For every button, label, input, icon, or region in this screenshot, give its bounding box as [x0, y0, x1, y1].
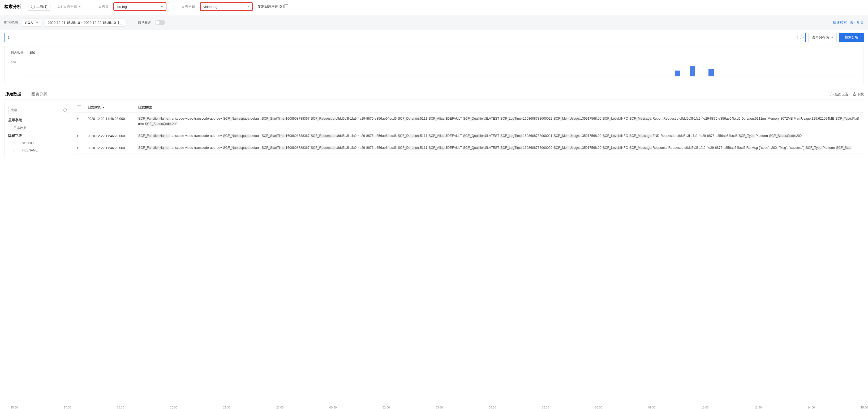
y-tick: 100	[11, 61, 16, 64]
download-icon	[853, 93, 856, 96]
time-preset-select[interactable]: 近1天	[22, 19, 41, 27]
log-key: SCF_Qualifier:	[463, 117, 485, 121]
col-header-data: 日志数据	[138, 105, 860, 110]
topic-count-select[interactable]: 1个日志主题	[55, 3, 83, 11]
log-body: SCF_FunctionName:transcode-video-transco…	[138, 145, 860, 150]
fields-sidebar: 显示字段 日志数据 隐藏字段 α__SOURCE__ α__FILENAME__	[4, 102, 73, 158]
log-key: SCF_MemUsage:	[553, 146, 580, 149]
log-key: SCF_Qualifier:	[463, 146, 485, 149]
collapse-icon	[77, 106, 81, 108]
collapse-all-button[interactable]	[77, 105, 88, 110]
tab-raw-data[interactable]: 原始数据	[4, 90, 22, 99]
field-search-input[interactable]	[11, 108, 63, 112]
chart-count-value: 150	[29, 50, 35, 55]
expand-row-icon[interactable]	[77, 134, 79, 137]
log-table: 日志时间 日志数据 2020-12-22 11:46:28.000SCF_Fun…	[73, 102, 864, 158]
copy-icon	[283, 5, 287, 8]
gear-icon	[830, 93, 834, 96]
index-config-link[interactable]: 索引配置	[850, 20, 864, 25]
chevron-down-icon	[161, 6, 163, 7]
table-row: 2020-12-22 11:46:28.000SCF_FunctionName:…	[73, 130, 864, 142]
query-settings-button[interactable]	[797, 36, 805, 39]
query-input[interactable]	[4, 36, 797, 39]
region-select[interactable]: 上海(1)	[28, 3, 51, 11]
region-value: 上海(1)	[36, 4, 48, 9]
search-button[interactable]: 检索分析	[839, 33, 864, 42]
field-search	[8, 106, 69, 114]
log-key: SCF_FunctionName:	[138, 134, 169, 138]
shown-fields-header: 显示字段	[8, 118, 69, 123]
table-row: 2020-12-22 11:46:28.000SCF_FunctionName:…	[73, 142, 864, 154]
log-time: 2020-12-22 11:46:28.000	[88, 133, 138, 138]
topic-label: 日志主题	[181, 4, 195, 9]
log-body: SCF_FunctionName:transcode-video-transco…	[138, 116, 860, 127]
log-key: SCF_Duration:	[398, 134, 420, 138]
alpha-icon: α	[13, 148, 17, 152]
field-item-source[interactable]: α__SOURCE__	[8, 140, 69, 147]
field-item-filename[interactable]: α__FILENAME__	[8, 147, 69, 154]
log-key: SCF_Level:	[602, 146, 620, 149]
log-key: SCF_FunctionName:	[138, 146, 169, 149]
hidden-fields-header: 隐藏字段	[8, 133, 69, 138]
log-key: SCF_StartTime:	[261, 146, 286, 149]
auto-refresh-label: 自动刷新	[138, 20, 152, 25]
chart-bar[interactable]	[709, 69, 714, 76]
logset-value: cls-log	[117, 5, 127, 9]
chevron-down-icon	[247, 6, 250, 7]
time-range-picker[interactable]: 2020-12-21 15:35:10 ~ 2020-12-22 15:35:1…	[45, 19, 125, 27]
log-time: 2020-12-22 11:46:28.000	[88, 116, 138, 121]
log-key: SCF_StartTime:	[261, 134, 286, 138]
col-header-time[interactable]: 日志时间	[88, 105, 138, 110]
log-key: SCF_Duration:	[398, 117, 420, 121]
log-key: SCF_FunctionName:	[138, 117, 169, 121]
topic-select[interactable]: video-log	[200, 2, 253, 11]
log-key: SCF_Message:	[629, 117, 652, 121]
layout-settings-label: 版面设置	[835, 92, 848, 97]
gear-icon	[800, 36, 804, 39]
tab-chart-analysis[interactable]: 图表分析	[30, 90, 48, 99]
log-key: SCF_MemUsage:	[553, 134, 580, 138]
logset-label: 日志集	[98, 4, 108, 9]
log-key: SCF_Level:	[602, 134, 620, 138]
log-key: SCF_Qualifier:	[463, 134, 485, 138]
log-key: SCF_LogTime:	[500, 117, 523, 121]
quick-search-link[interactable]: 快速检索	[833, 20, 847, 25]
chart-bar[interactable]	[690, 66, 695, 76]
copy-topic-id[interactable]: 复制日志主题ID	[258, 4, 287, 9]
log-key: SCF_Duration:	[398, 146, 420, 149]
chart-bar[interactable]	[675, 71, 680, 76]
log-key: SCF_Namespace:	[223, 117, 251, 121]
log-key: SCF_Namespace:	[223, 146, 251, 149]
topic-count-text: 1个日志主题	[58, 4, 77, 9]
chevron-down-icon	[36, 22, 38, 23]
log-key: SCF_Type:	[739, 134, 756, 138]
expand-row-icon[interactable]	[77, 117, 79, 120]
search-icon	[63, 108, 67, 112]
save-query-button[interactable]: 语句另存为	[808, 33, 837, 42]
log-key: SCF_RequestId:	[311, 146, 336, 149]
query-box	[4, 33, 806, 42]
layout-settings-button[interactable]: 版面设置	[830, 92, 848, 97]
auto-refresh-toggle[interactable]	[155, 20, 165, 25]
log-key: SCF_Level:	[602, 117, 620, 121]
field-item-logdata[interactable]: 日志数据	[8, 124, 69, 132]
log-key: SCF_LogTime:	[500, 134, 523, 138]
log-key: SCF_Type:	[835, 117, 852, 121]
log-key: SCF_Message:	[629, 146, 652, 149]
table-row: 2020-12-22 11:46:28.000SCF_FunctionName:…	[73, 113, 864, 130]
globe-icon	[31, 5, 35, 8]
expand-row-icon[interactable]	[77, 146, 79, 149]
log-key: SCF_MemUsage:	[553, 117, 580, 121]
log-key: SCF_StatusCode:	[769, 134, 796, 138]
log-time: 2020-12-22 11:46:28.000	[88, 145, 138, 150]
log-key: SCF_Alias:	[428, 146, 446, 149]
log-key: SCF_Type:	[805, 146, 823, 149]
log-key: SCF_Alias:	[428, 117, 446, 121]
log-key: SCF_RequestId:	[311, 134, 336, 138]
download-button[interactable]: 下载	[853, 92, 864, 97]
log-key: SCF_StartTime:	[261, 117, 286, 121]
logset-select[interactable]: cls-log	[113, 2, 166, 11]
log-key: SCF_StatusCode:	[145, 122, 172, 126]
chevron-down-icon	[831, 37, 833, 38]
log-key: SCF_RequestId:	[311, 117, 336, 121]
